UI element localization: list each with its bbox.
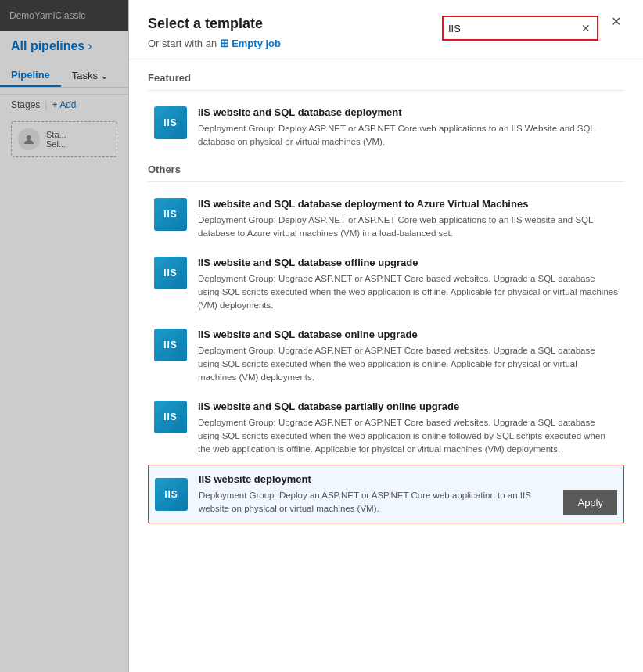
template-name: IIS website and SQL database online upgr… — [198, 329, 618, 342]
iis-badge: IIS — [154, 329, 187, 361]
featured-section: Featured IIS IIS website and SQL databas… — [148, 72, 624, 156]
iis-badge: IIS — [154, 198, 187, 231]
modal-body: Featured IIS IIS website and SQL databas… — [129, 59, 643, 672]
template-modal: Select a template Or start with an ⊞ Emp… — [129, 0, 643, 672]
search-clear-icon[interactable]: ✕ — [580, 22, 592, 34]
template-item[interactable]: IIS IIS website and SQL database partial… — [148, 393, 624, 463]
template-item-selected[interactable]: IIS IIS website deployment Deployment Gr… — [148, 465, 624, 523]
search-input[interactable] — [448, 23, 580, 34]
template-content: IIS website and SQL database online upgr… — [198, 329, 618, 383]
template-name: IIS website and SQL database partially o… — [198, 401, 618, 414]
template-content: IIS website and SQL database deployment … — [198, 106, 618, 148]
search-box[interactable]: ✕ — [442, 16, 598, 41]
template-content: IIS website and SQL database partially o… — [198, 401, 618, 455]
others-section: Others IIS IIS website and SQL database … — [148, 164, 624, 523]
template-item[interactable]: IIS IIS website and SQL database deploym… — [148, 190, 624, 247]
empty-job-link[interactable]: ⊞ Empty job — [220, 37, 281, 49]
iis-badge: IIS — [154, 401, 187, 433]
template-item[interactable]: IIS IIS website and SQL database offline… — [148, 249, 624, 319]
template-item[interactable]: IIS IIS website and SQL database online … — [148, 321, 624, 391]
template-name: IIS website and SQL database deployment … — [198, 198, 618, 211]
modal-title: Select a template — [148, 16, 281, 32]
modal-title-section: Select a template Or start with an ⊞ Emp… — [148, 16, 281, 49]
template-desc: Deployment Group: Deploy ASP.NET or ASP.… — [198, 122, 618, 148]
template-desc: Deployment Group: Upgrade ASP.NET or ASP… — [198, 344, 618, 383]
apply-button[interactable]: Apply — [563, 490, 617, 515]
template-desc: Deployment Group: Deploy an ASP.NET or A… — [199, 489, 544, 515]
template-name: IIS website and SQL database deployment — [198, 106, 618, 120]
template-content: IIS website deployment Deployment Group:… — [199, 473, 544, 515]
template-name: IIS website deployment — [199, 473, 544, 487]
template-name: IIS website and SQL database offline upg… — [198, 257, 618, 270]
modal-subtitle: Or start with an ⊞ Empty job — [148, 37, 281, 49]
featured-label: Featured — [148, 72, 624, 84]
others-label: Others — [148, 164, 624, 175]
iis-badge: IIS — [154, 257, 187, 289]
template-desc: Deployment Group: Upgrade ASP.NET or ASP… — [198, 416, 618, 455]
template-content: IIS website and SQL database deployment … — [198, 198, 618, 239]
modal-header: Select a template Or start with an ⊞ Emp… — [129, 0, 643, 59]
template-content: IIS website and SQL database offline upg… — [198, 257, 618, 311]
iis-badge: IIS — [154, 106, 187, 139]
template-desc: Deployment Group: Upgrade ASP.NET or ASP… — [198, 272, 618, 311]
empty-job-icon: ⊞ — [220, 37, 229, 49]
iis-badge: IIS — [155, 478, 188, 511]
template-item[interactable]: IIS IIS website and SQL database deploym… — [148, 99, 624, 156]
close-button[interactable]: ✕ — [608, 16, 624, 28]
template-desc: Deployment Group: Deploy ASP.NET or ASP.… — [198, 214, 618, 239]
